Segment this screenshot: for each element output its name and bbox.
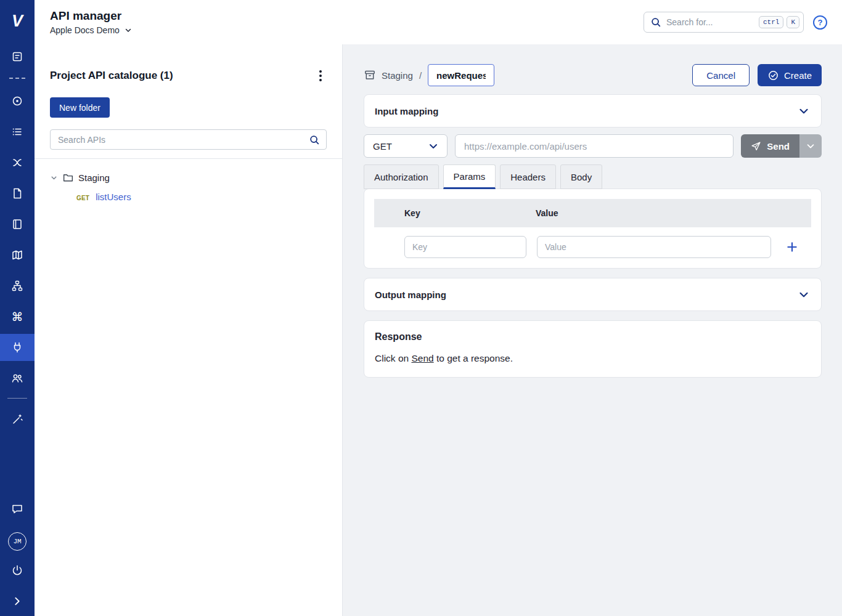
power-icon[interactable] [0,557,35,584]
chevron-down-icon [124,26,133,34]
param-value-input[interactable] [537,236,771,258]
input-mapping-label: Input mapping [375,106,438,116]
file-icon[interactable] [0,180,35,207]
input-mapping-section[interactable]: Input mapping [364,94,822,128]
send-button[interactable]: Send [741,134,799,158]
flow-icon[interactable] [0,149,35,176]
wand-icon[interactable] [0,406,35,433]
map-icon[interactable] [0,241,35,269]
api-search-input[interactable] [58,135,309,145]
project-name: Apple Docs Demo [50,25,120,35]
create-button-label: Create [784,70,812,81]
output-mapping-section[interactable]: Output mapping [364,278,822,311]
breadcrumb: Staging / Cancel Create [364,63,822,87]
tab-params[interactable]: Params [443,164,496,189]
global-search-input[interactable] [666,17,756,27]
sidebar-divider [35,158,342,159]
app-header: API manager Apple Docs Demo ctrl K ? [35,0,842,44]
tab-authorization[interactable]: Authorization [364,164,439,189]
tab-headers[interactable]: Headers [500,164,556,189]
param-key-input[interactable] [404,236,526,258]
plus-icon [785,240,799,254]
help-button[interactable]: ? [813,15,827,30]
project-switcher[interactable]: Apple Docs Demo [50,25,133,35]
request-name-input[interactable] [428,64,494,86]
api-plug-icon[interactable] [0,334,35,361]
response-title: Response [375,331,811,342]
archive-box-icon [364,69,376,81]
new-folder-button[interactable]: New folder [50,97,110,118]
workflow-icon[interactable] [0,272,35,299]
folder-icon [62,172,74,184]
api-catalogue-sidebar: Project API catalogue (1) New folder Sta… [35,44,343,616]
chevron-down-icon[interactable] [797,104,811,118]
output-mapping-label: Output mapping [375,290,446,300]
kbd-ctrl: ctrl [759,16,783,28]
page-title: API manager [50,9,133,23]
tree-folder-staging[interactable]: Staging [50,172,327,184]
api-tree: Staging GET listUsers [50,172,327,202]
breadcrumb-folder[interactable]: Staging [382,70,413,81]
key-column-header: Key [374,208,536,218]
avatar[interactable]: JM [8,532,27,551]
paper-plane-icon [751,141,761,152]
request-bar: GET Send [364,134,822,158]
params-table: Key Value [364,188,822,269]
users-icon[interactable] [0,365,35,392]
method-badge: GET [76,195,89,201]
send-split-button: Send [741,134,822,158]
folder-label: Staging [78,172,110,183]
method-select[interactable]: GET [364,134,448,158]
request-link: listUsers [96,192,131,202]
rail-divider [7,398,27,399]
send-button-label: Send [767,141,790,152]
list-icon[interactable] [0,118,35,145]
expand-chevron-icon[interactable] [0,588,35,615]
eye-icon[interactable] [0,87,35,115]
send-link[interactable]: Send [411,353,433,363]
tree-chevron-icon[interactable] [50,174,58,182]
add-param-button[interactable] [785,240,799,254]
search-icon [309,134,320,145]
api-search[interactable] [50,129,327,150]
app-logo[interactable]: V [5,9,30,33]
catalog-icon[interactable] [0,211,35,238]
icon-rail: V ⌘ JM [0,0,35,616]
command-icon[interactable]: ⌘ [0,303,35,330]
params-row [374,236,811,258]
params-table-header: Key Value [374,199,811,227]
response-section: Response Click on Send to get a response… [364,320,822,378]
url-input[interactable] [455,134,734,158]
chevron-down-icon[interactable] [797,288,811,301]
breadcrumb-separator: / [419,70,422,81]
global-search[interactable]: ctrl K [644,12,804,33]
tab-body[interactable]: Body [560,164,602,189]
check-circle-icon [767,70,779,81]
chevron-down-icon [805,140,816,152]
chat-icon[interactable] [0,495,35,522]
header-title-block: API manager Apple Docs Demo [50,9,133,35]
create-button[interactable]: Create [758,64,822,86]
tree-request-listusers[interactable]: GET listUsers [76,192,327,202]
send-options-caret[interactable] [799,134,822,158]
notes-icon[interactable] [0,43,35,70]
value-column-header: Value [536,208,558,218]
request-tabs: Authorization Params Headers Body [364,164,822,189]
kbd-k: K [787,16,799,28]
catalogue-title: Project API catalogue (1) [50,70,173,82]
request-editor: Staging / Cancel Create Input mapping [343,44,842,616]
search-icon [650,17,661,28]
response-hint: Click on Send to get a response. [375,353,811,364]
rail-divider-dashed [9,78,25,79]
method-select-value: GET [373,141,392,152]
kebab-menu-icon[interactable] [314,68,327,84]
chevron-down-icon [427,140,439,152]
cancel-button[interactable]: Cancel [692,64,750,86]
